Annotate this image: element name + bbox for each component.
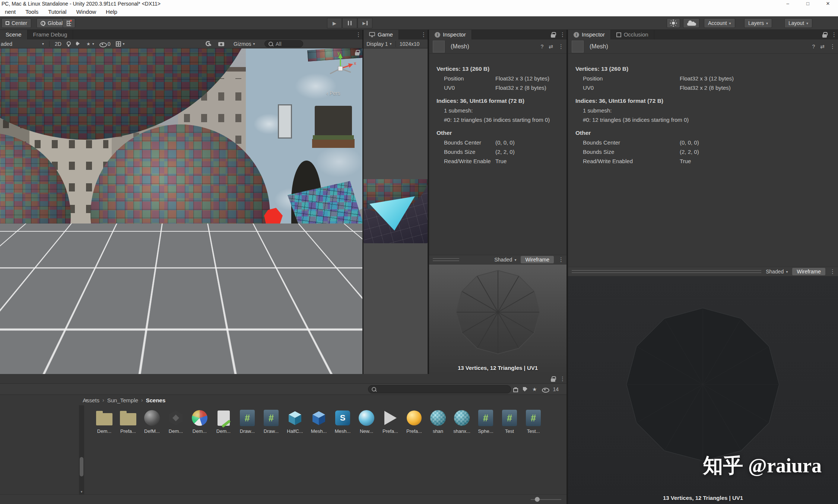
inspector-menu-icon[interactable]: ⋮ (560, 31, 564, 38)
axis-y-label[interactable]: y (337, 50, 340, 56)
scene-camera-button[interactable] (218, 41, 224, 46)
asset-item[interactable]: Dem... (92, 409, 116, 434)
scene-viewport[interactable]: y x ‹ Pers (0, 48, 362, 374)
asset-item[interactable]: #Test... (521, 409, 545, 434)
draw-mode-dropdown[interactable]: aded ▾ (1, 41, 44, 47)
scene-lighting-icon[interactable] (67, 41, 71, 45)
asset-item[interactable]: HalfC... (283, 409, 307, 434)
zoom-slider-thumb[interactable] (535, 497, 540, 502)
asset-item[interactable]: New... (355, 409, 378, 434)
layout-dropdown[interactable]: Layout ▾ (784, 18, 812, 28)
minimize-button[interactable]: – (778, 0, 798, 7)
resolution-dropdown[interactable]: 1024x10 (400, 41, 420, 47)
asset-item[interactable]: Dem... (212, 409, 235, 434)
asset-item[interactable]: Dem... (188, 409, 212, 434)
tab-inspector-1[interactable]: Inspector (429, 30, 472, 39)
asset-item[interactable]: Dem... (164, 409, 188, 434)
axis-x-label[interactable]: x (354, 60, 356, 66)
package-icon[interactable] (513, 388, 518, 392)
scene-lock-icon[interactable] (355, 52, 359, 56)
scrollbar-thumb[interactable] (80, 457, 83, 476)
scene-panel-menu-icon[interactable]: ⋮ (356, 31, 360, 38)
mesh-menu-icon[interactable]: ⋮ (558, 43, 563, 50)
tab-frame-debug[interactable]: Frame Debug (28, 30, 73, 39)
asset-item[interactable]: shanx... (450, 409, 474, 434)
gizmos-dropdown[interactable]: Gizmos ▾ (234, 41, 255, 47)
snap-grid-button[interactable] (63, 18, 75, 28)
pivot-center-button[interactable]: Center (1, 18, 31, 28)
scene-effects-dropdown[interactable]: ★ ▾ (86, 41, 94, 47)
menu-window[interactable]: Window (72, 7, 101, 16)
asset-item[interactable]: Mesh... (307, 409, 331, 434)
scene-orientation-gizmo[interactable]: y x (323, 51, 358, 87)
project-grid-area[interactable]: ▾ Dem... Prefa... DefM... Dem... Dem... … (0, 405, 566, 494)
hidden-count-eye-icon[interactable] (542, 387, 548, 392)
breadcrumb-sun-temple[interactable]: Sun_Temple (107, 397, 138, 403)
inspector-lock-icon[interactable] (551, 34, 555, 38)
presets-icon[interactable]: ⇄ (820, 44, 825, 50)
game-panel-menu-icon[interactable]: ⋮ (421, 31, 425, 38)
inspector-menu-icon[interactable]: ⋮ (831, 31, 836, 38)
menu-help[interactable]: Help (101, 7, 122, 16)
asset-item[interactable]: #Sphe... (474, 409, 498, 434)
presets-icon[interactable]: ⇄ (549, 44, 553, 50)
menu-tools[interactable]: Tools (20, 7, 43, 16)
scene-search-input[interactable]: All (264, 40, 303, 47)
mesh-preview[interactable]: 知乎 @raiura 13 Vertices, 12 Triangles | U… (568, 276, 838, 504)
menu-tutorial[interactable]: Tutorial (43, 7, 71, 16)
menu-component[interactable]: nent (0, 7, 20, 16)
tab-occlusion[interactable]: Occlusion (611, 30, 654, 39)
mesh-preview[interactable]: 13 Vertices, 12 Triangles | UV1 (429, 264, 566, 374)
preview-resize-handle[interactable] (572, 270, 761, 273)
scene-audio-icon[interactable] (76, 41, 81, 46)
mesh-menu-icon[interactable]: ⋮ (830, 43, 834, 50)
asset-item[interactable]: #Draw... (259, 409, 283, 434)
cloud-services-button[interactable] (683, 18, 699, 28)
wireframe-toggle[interactable]: Wireframe (521, 256, 554, 263)
project-search-input[interactable] (368, 385, 511, 393)
project-lock-icon[interactable] (551, 378, 555, 382)
inspector-lock-icon[interactable] (822, 34, 827, 38)
asset-item[interactable]: Prefa... (116, 409, 140, 434)
collapse-icon[interactable]: ▼ (85, 398, 89, 402)
project-menu-icon[interactable]: ⋮ (560, 375, 564, 382)
shaded-dropdown[interactable]: Shaded ▾ (494, 257, 516, 263)
project-scrollbar[interactable]: ▾ (79, 405, 84, 494)
2d-toggle[interactable]: 2D (55, 41, 61, 47)
pause-button[interactable] (342, 18, 357, 28)
scene-grid-dropdown[interactable]: ▾ (116, 41, 125, 47)
play-button[interactable]: ▶ (327, 18, 342, 28)
breadcrumb-scenes[interactable]: Scenes (146, 397, 166, 403)
wireframe-toggle[interactable]: Wireframe (792, 268, 825, 275)
close-button[interactable]: ✕ (818, 0, 838, 7)
preview-menu-icon[interactable]: ⋮ (558, 256, 563, 263)
favorites-star-icon[interactable]: ★ (532, 386, 537, 392)
tab-scene[interactable]: Scene (0, 30, 28, 39)
tab-game[interactable]: Game (364, 30, 399, 39)
shaded-dropdown[interactable]: Shaded ▾ (766, 269, 788, 275)
account-dropdown[interactable]: Account ▾ (704, 18, 735, 28)
game-view[interactable] (364, 48, 428, 374)
preview-resize-handle[interactable] (433, 258, 459, 261)
tag-icon[interactable] (523, 387, 527, 392)
perspective-label[interactable]: ‹ Pers (326, 90, 340, 96)
step-button[interactable]: ▶ (358, 18, 372, 28)
asset-item[interactable]: Prefa... (402, 409, 426, 434)
scene-visibility-toggle[interactable]: 0 (99, 41, 111, 47)
maximize-button[interactable]: □ (798, 0, 818, 7)
asset-item[interactable]: shan (426, 409, 450, 434)
asset-item[interactable]: SMesh... (331, 409, 355, 434)
asset-item[interactable]: DefM... (140, 409, 164, 434)
progressive-lightmapper-button[interactable] (667, 18, 680, 28)
preview-menu-icon[interactable]: ⋮ (830, 268, 834, 275)
scrollbar-down-icon[interactable]: ▾ (79, 489, 84, 494)
help-icon[interactable]: ? (540, 44, 543, 50)
display-dropdown[interactable]: Display 1 ▾ (366, 41, 392, 47)
tab-inspector-2[interactable]: Inspector (568, 30, 611, 39)
asset-item[interactable]: #Draw... (235, 409, 259, 434)
asset-item[interactable]: #Test (498, 409, 521, 434)
layers-dropdown[interactable]: Layers ▾ (744, 18, 772, 28)
help-icon[interactable]: ? (812, 44, 815, 50)
scene-tools-button[interactable] (206, 41, 211, 47)
asset-item[interactable]: Prefa... (378, 409, 402, 434)
